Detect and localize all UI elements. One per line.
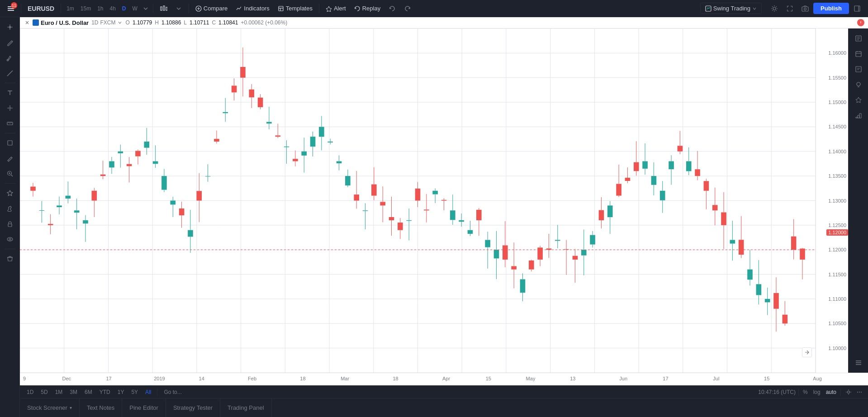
swing-trading-button[interactable]: Swing Trading — [700, 3, 762, 14]
more-options-btn[interactable] — [854, 387, 864, 397]
replay-button[interactable]: Replay — [351, 3, 384, 14]
indicators-button[interactable]: Indicators — [232, 3, 273, 14]
publish-button[interactable]: Publish — [813, 3, 849, 14]
undo-button[interactable] — [385, 1, 399, 16]
ruler-tool[interactable] — [3, 116, 17, 131]
templates-button[interactable]: Templates — [274, 3, 316, 14]
log-scale[interactable]: log — [812, 389, 822, 395]
fullscreen-button[interactable] — [783, 1, 797, 16]
range-1d[interactable]: 1D — [24, 388, 37, 396]
alert-button[interactable]: Alert — [322, 3, 350, 14]
chevron-down-icon: ▾ — [70, 405, 72, 410]
top-toolbar: 11 EURUSD 1m 15m 1h 4h D W Compare — [0, 0, 868, 17]
range-5y[interactable]: 5Y — [128, 388, 141, 396]
chart-alert-icon[interactable] — [857, 19, 864, 26]
svg-point-20 — [7, 237, 13, 241]
settings-panel-btn[interactable] — [851, 355, 866, 370]
shapes-tool[interactable] — [3, 136, 17, 150]
price-label: 1.12000 — [828, 247, 846, 252]
tf-1m[interactable]: 1m — [64, 4, 77, 13]
lock-tool[interactable] — [3, 217, 17, 231]
svg-point-26 — [848, 391, 850, 393]
chart-settings-btn[interactable] — [844, 387, 854, 397]
range-3m[interactable]: 3M — [66, 388, 81, 396]
settings-button[interactable] — [767, 1, 782, 16]
x-axis-labels: 9Dec17201914Feb18Mar18Apr15May13Jun17Jul… — [24, 373, 868, 385]
expand-arrow[interactable] — [802, 347, 812, 357]
redo-button[interactable] — [400, 1, 415, 16]
tf-4h[interactable]: 4h — [107, 4, 119, 13]
range-1y[interactable]: 1Y — [114, 388, 128, 396]
x-axis-label: 18 — [300, 376, 305, 381]
watchlist-tool[interactable] — [3, 186, 17, 200]
chart-type-dropdown[interactable] — [171, 1, 186, 16]
range-1m[interactable]: 1M — [52, 388, 66, 396]
trash-tool[interactable] — [3, 251, 17, 266]
tab-text-notes[interactable]: Text Notes — [80, 398, 122, 417]
bottom-bar: 1D 5D 1M 3M 6M YTD 1Y 5Y All Go to... 10… — [20, 385, 868, 398]
x-axis-label: Jun — [619, 376, 627, 381]
brush-tool[interactable] — [3, 51, 17, 65]
svg-point-28 — [859, 392, 860, 393]
eye-tool[interactable] — [3, 232, 17, 246]
tf-D[interactable]: D — [119, 4, 129, 13]
svg-point-9 — [773, 7, 776, 10]
paint-tool[interactable] — [3, 201, 17, 216]
goto-button[interactable]: Go to... — [160, 388, 185, 396]
price-label: 1.10500 — [828, 321, 846, 326]
watchlist-panel-btn[interactable] — [851, 31, 866, 46]
price-label: 1.10000 — [828, 346, 846, 351]
range-5d[interactable]: 5D — [38, 388, 51, 396]
tf-1h[interactable]: 1h — [95, 4, 106, 13]
line-tool[interactable] — [3, 66, 17, 81]
svg-point-15 — [9, 107, 11, 109]
x-axis-label: 9 — [23, 376, 26, 381]
svg-rect-17 — [8, 141, 12, 145]
chart-type-button[interactable] — [156, 1, 171, 16]
chart-source: FXCM — [100, 19, 116, 26]
price-label: 1.11500 — [828, 272, 846, 277]
x-axis-label: Apr — [442, 376, 450, 381]
svg-rect-12 — [854, 6, 860, 11]
ideas-panel-btn[interactable] — [851, 77, 866, 92]
alerts-panel-btn[interactable] — [851, 93, 866, 107]
tab-strategy-tester[interactable]: Strategy Tester — [166, 398, 220, 417]
tf-15m[interactable]: 15m — [78, 4, 94, 13]
chart-plot[interactable] — [20, 28, 816, 373]
pencil-tool[interactable] — [3, 35, 17, 50]
tab-stock-screener[interactable]: Stock Screener ▾ — [20, 398, 80, 417]
bottom-tabs: Stock Screener ▾ Text Notes Pine Editor … — [20, 398, 868, 417]
crosshair-tool[interactable] — [3, 20, 17, 34]
chart-symbol-name: Euro / U.S. Dollar — [41, 19, 89, 26]
screenshot-button[interactable] — [798, 1, 812, 16]
range-6m[interactable]: 6M — [81, 388, 95, 396]
compare-button[interactable]: Compare — [192, 3, 231, 14]
price-label: 1.12500 — [828, 223, 846, 228]
tf-W[interactable]: W — [130, 4, 140, 13]
zoom-tool[interactable] — [3, 166, 17, 181]
candlestick-chart[interactable] — [20, 28, 816, 373]
text-tool[interactable] — [3, 85, 17, 100]
current-price-tag: 1.12000 — [826, 229, 848, 236]
tf-dropdown[interactable] — [141, 4, 150, 13]
eraser-tool[interactable] — [3, 151, 17, 166]
measure-tool[interactable] — [3, 101, 17, 115]
symbol-display[interactable]: EURUSD — [24, 3, 58, 14]
range-all[interactable]: All — [142, 388, 154, 396]
tab-trading-panel[interactable]: Trading Panel — [220, 398, 271, 417]
x-axis-label: Mar — [341, 376, 349, 381]
auto-scale[interactable]: auto — [825, 389, 838, 395]
news-panel-btn[interactable] — [851, 62, 866, 76]
y-axis: 1.160001.155001.150001.145001.140001.135… — [816, 28, 848, 373]
orderbook-panel-btn[interactable] — [851, 108, 866, 123]
timeframe-selector: 1m 15m 1h 4h D W — [64, 4, 150, 13]
menu-button[interactable]: 11 — [4, 1, 18, 16]
tab-pine-editor[interactable]: Pine Editor — [122, 398, 166, 417]
range-ytd[interactable]: YTD — [96, 388, 114, 396]
chart-timeframe: 1D — [91, 19, 98, 26]
side-panel-toggle[interactable] — [850, 1, 864, 16]
left-toolbar — [0, 17, 20, 417]
symbol-close-btn[interactable] — [24, 19, 31, 26]
calendar-panel-btn[interactable] — [851, 47, 866, 61]
pct-scale[interactable]: % — [802, 389, 809, 395]
